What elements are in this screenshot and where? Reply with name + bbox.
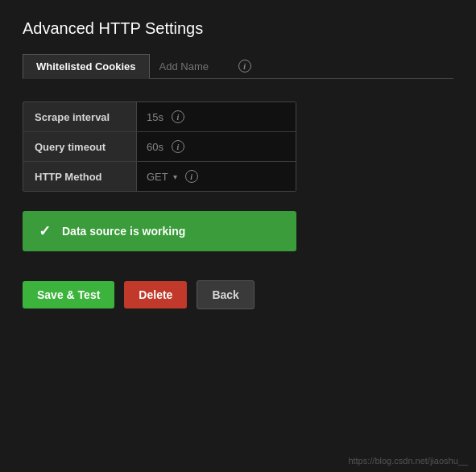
query-timeout-text: 60s [147, 141, 163, 153]
scrape-interval-text: 15s [147, 111, 163, 123]
scrape-interval-row: Scrape interval 15s i [23, 102, 296, 132]
page-title: Advanced HTTP Settings [23, 19, 453, 38]
tabs-row: Whitelisted Cookies i [23, 54, 453, 79]
watermark: https://blog.csdn.net/jiaoshu__ [348, 456, 468, 466]
http-method-selected: GET [147, 171, 168, 183]
delete-button[interactable]: Delete [124, 281, 187, 308]
settings-table: Scrape interval 15s i Query timeout 60s … [23, 101, 296, 192]
http-method-info-icon[interactable]: i [185, 170, 198, 183]
scrape-interval-value: 15s i [136, 102, 296, 131]
status-message: Data source is working [62, 225, 185, 238]
scrape-interval-info-icon[interactable]: i [172, 110, 184, 123]
tab-whitelisted-cookies[interactable]: Whitelisted Cookies [23, 54, 150, 79]
query-timeout-value: 60s i [136, 132, 296, 161]
http-method-row: HTTP Method GET ▾ i [23, 162, 296, 191]
back-button[interactable]: Back [197, 280, 254, 309]
save-test-button[interactable]: Save & Test [23, 281, 114, 308]
query-timeout-info-icon[interactable]: i [172, 140, 184, 153]
http-method-dropdown[interactable]: GET ▾ [147, 171, 177, 183]
success-check-icon: ✓ [39, 222, 51, 240]
add-name-info-icon[interactable]: i [238, 60, 251, 72]
status-banner: ✓ Data source is working [23, 211, 296, 251]
buttons-row: Save & Test Delete Back [23, 280, 453, 309]
query-timeout-row: Query timeout 60s i [23, 132, 296, 162]
tab-add-name-area: i [150, 56, 261, 76]
query-timeout-label: Query timeout [23, 133, 136, 161]
add-name-input[interactable] [159, 60, 232, 72]
scrape-interval-label: Scrape interval [23, 103, 136, 131]
http-method-value[interactable]: GET ▾ i [136, 162, 296, 191]
dropdown-arrow-icon: ▾ [173, 172, 177, 181]
http-method-label: HTTP Method [23, 163, 136, 191]
